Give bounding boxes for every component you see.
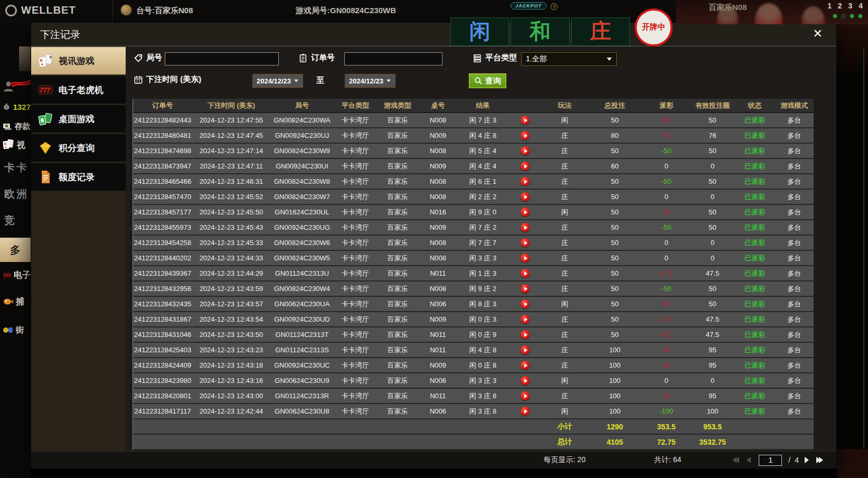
cell-bet: 50 xyxy=(587,282,643,296)
cell-round: GN00924C230UG xyxy=(270,220,334,235)
wellbet-logo-icon xyxy=(5,5,17,16)
replay-button[interactable] xyxy=(521,391,530,400)
cell-order: 241223128432956 xyxy=(133,282,192,296)
close-icon[interactable]: ✕ xyxy=(813,27,823,41)
replay-button[interactable] xyxy=(521,330,530,339)
cell-result: 闲 6 庄 1 xyxy=(458,174,508,189)
tab-label: 视讯游戏 xyxy=(59,55,95,67)
cell-status: 已派彩 xyxy=(735,266,775,280)
order-input[interactable] xyxy=(344,52,442,65)
cell-status: 已派彩 xyxy=(735,373,775,388)
table-row: 2412231284746982024-12-23 12:47:14GN0082… xyxy=(133,144,814,159)
tab-label: 桌面游戏 xyxy=(59,113,95,125)
date-from-picker[interactable]: 2024/12/23 xyxy=(252,74,303,88)
cell-round: GN00824C230WA xyxy=(270,113,334,127)
tab-points[interactable]: 积分查询 xyxy=(31,134,126,162)
replay-button[interactable] xyxy=(521,146,530,155)
rail-category-multi-active: 多 xyxy=(0,238,31,262)
tab-quota-records[interactable]: 额度记录 xyxy=(31,163,126,191)
cell-result: 闲 3 庄 3 xyxy=(458,373,508,388)
cell-mode: 多台 xyxy=(775,159,814,173)
cell-play: 庄 xyxy=(542,190,587,204)
page-number-input[interactable] xyxy=(759,455,782,466)
tab-video-games[interactable]: 9 K ♥ 视讯游戏 xyxy=(31,47,126,74)
modal-sidebar: 9 K ♥ 视讯游戏 777 电子老虎机 xyxy=(31,46,126,452)
cell-round: GN00824C230W9 xyxy=(270,144,334,158)
next-page-button[interactable] xyxy=(805,457,809,463)
replay-button[interactable] xyxy=(521,407,530,416)
cell-video xyxy=(508,282,542,296)
modal-header: 下注记录 ✕ xyxy=(31,23,836,46)
table-row: 2412231284254032024-12-23 12:43:23GN0112… xyxy=(133,343,814,358)
first-page-button[interactable] xyxy=(732,457,739,463)
jackpot-badge: JACKPOT xyxy=(511,2,546,10)
cell-payout: 95 xyxy=(643,343,690,357)
last-page-button[interactable] xyxy=(816,457,823,463)
replay-button[interactable] xyxy=(521,284,530,293)
replay-button[interactable] xyxy=(521,116,530,125)
bet-zone-tie[interactable]: 和 xyxy=(511,17,569,46)
bet-zone-banker[interactable]: 庄 xyxy=(571,17,630,46)
replay-button[interactable] xyxy=(521,254,530,263)
cell-play: 闲 xyxy=(542,205,587,219)
sum-bet: 1290 xyxy=(587,419,643,434)
cell-game: 百家乐 xyxy=(377,373,418,388)
platform-select[interactable]: 1.全部 xyxy=(521,52,617,66)
cell-table: N011 xyxy=(418,266,458,280)
cell-result: 闲 5 庄 4 xyxy=(458,144,508,158)
replay-button[interactable] xyxy=(521,345,530,354)
replay-button[interactable] xyxy=(521,223,530,232)
date-to-picker[interactable]: 2024/12/23 xyxy=(345,74,395,88)
cell-order: 241223128424409 xyxy=(133,358,192,372)
cell-table: N006 xyxy=(418,373,458,388)
cell-table: N009 xyxy=(418,220,458,235)
cell-payout: 47.5 xyxy=(643,266,690,280)
cell-bet: 50 xyxy=(587,297,643,311)
chevron-down-icon xyxy=(607,58,612,61)
cell-video xyxy=(508,174,542,189)
jackpot-help-icon[interactable]: ? xyxy=(551,3,558,10)
replay-button[interactable] xyxy=(521,361,530,370)
cell-video xyxy=(508,312,542,326)
cell-bet: 50 xyxy=(587,327,643,342)
cell-bet: 100 xyxy=(587,404,643,418)
cell-play: 庄 xyxy=(542,389,587,403)
cell-bet: 100 xyxy=(587,343,643,357)
cell-bet: 100 xyxy=(587,389,643,403)
bet-zone-player[interactable]: 闲 xyxy=(450,17,509,46)
cell-order: 241223128454258 xyxy=(133,236,192,250)
cell-game: 百家乐 xyxy=(377,266,418,280)
replay-button[interactable] xyxy=(521,299,530,308)
prev-page-button[interactable] xyxy=(747,457,751,463)
cell-valid: 47.5 xyxy=(690,266,735,280)
tab-slots[interactable]: 777 电子老虎机 xyxy=(31,76,126,104)
cell-play: 庄 xyxy=(542,358,587,372)
cell-video xyxy=(508,251,542,265)
replay-button[interactable] xyxy=(521,315,530,324)
cell-time: 2024-12-23 12:44:33 xyxy=(192,251,270,265)
round-input[interactable] xyxy=(165,52,279,65)
replay-button[interactable] xyxy=(521,208,530,217)
replay-button[interactable] xyxy=(521,376,530,385)
subtotal-row: 小计1290353.5953.5 xyxy=(133,419,814,435)
cell-platform: 卡卡湾厅 xyxy=(334,404,377,418)
money-bag-icon: $ xyxy=(3,102,11,111)
video-status-dots xyxy=(833,14,863,18)
chevron-down-icon xyxy=(386,80,391,82)
search-button[interactable]: 查询 xyxy=(469,73,506,88)
tab-table-games[interactable]: 桌面游戏 xyxy=(31,105,126,133)
column-header: 局号 xyxy=(270,99,334,112)
cell-status: 已派彩 xyxy=(735,113,775,127)
replay-button[interactable] xyxy=(521,192,530,201)
cell-video xyxy=(508,373,542,388)
sum-payout: 353.5 xyxy=(643,419,690,434)
order-filter-text: 订单号 xyxy=(311,53,335,63)
replay-button[interactable] xyxy=(521,177,530,186)
cell-round: GN00824C230W8 xyxy=(270,174,334,189)
replay-button[interactable] xyxy=(521,131,530,140)
cell-play: 庄 xyxy=(542,236,587,250)
replay-button[interactable] xyxy=(521,269,530,278)
replay-button[interactable] xyxy=(521,162,530,171)
replay-button[interactable] xyxy=(521,238,530,247)
rail-active-label: 多 xyxy=(10,243,21,257)
